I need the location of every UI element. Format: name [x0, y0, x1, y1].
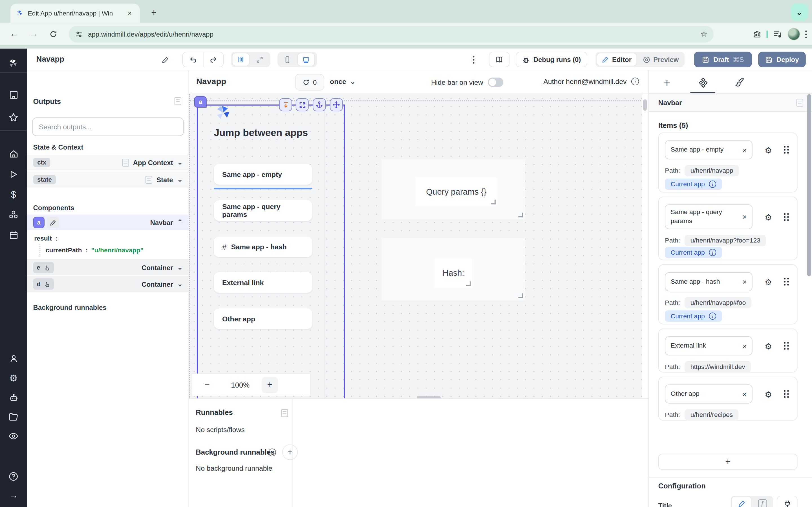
preview-tab[interactable]: Preview: [638, 53, 683, 66]
back-icon[interactable]: ←: [6, 26, 22, 42]
item-label-select[interactable]: Other app ×: [665, 385, 752, 404]
debug-runs-button[interactable]: Debug runs (0): [516, 52, 587, 67]
browser-tab[interactable]: Edit App u/henri/navapp | Win ×: [10, 4, 140, 23]
home-icon[interactable]: [0, 145, 27, 162]
bookmark-star-icon[interactable]: ☆: [700, 30, 707, 39]
info-icon[interactable]: i: [709, 180, 716, 188]
forward-icon[interactable]: →: [26, 26, 42, 42]
settings-gear-icon[interactable]: ⚙: [0, 369, 27, 387]
docs-book-button[interactable]: [489, 52, 509, 67]
search-outputs-input[interactable]: Search outputs...: [32, 117, 184, 136]
item-settings-gear-icon[interactable]: ⚙: [765, 277, 772, 287]
copy-doc-icon[interactable]: [146, 176, 153, 184]
runnables-doc-icon[interactable]: [281, 409, 288, 417]
rename-pencil-icon[interactable]: [159, 53, 171, 66]
ctx-row[interactable]: ctx App Context ⌄: [27, 155, 189, 170]
tab-close-icon[interactable]: ×: [124, 8, 135, 18]
hash-container[interactable]: Hash:: [382, 238, 525, 300]
edit-pencil-icon[interactable]: [47, 217, 59, 228]
folders-icon[interactable]: [0, 408, 27, 426]
new-tab-button[interactable]: +: [147, 6, 161, 20]
more-options-kebab-icon[interactable]: [467, 53, 479, 66]
deploy-button[interactable]: Deploy: [758, 52, 806, 67]
undo-button[interactable]: [183, 52, 203, 67]
expand-down-button[interactable]: [279, 98, 292, 111]
drag-handle-icon[interactable]: [783, 213, 790, 221]
item-label-select[interactable]: Same app - empty ×: [665, 140, 752, 159]
info-icon[interactable]: i: [709, 313, 716, 320]
panel-scrollbar-thumb[interactable]: [807, 94, 811, 276]
chevron-down-icon[interactable]: ⌄: [177, 282, 183, 286]
item-label-select[interactable]: External link ×: [665, 336, 752, 355]
navbar-doc-icon[interactable]: [797, 99, 803, 107]
component-settings-tab[interactable]: [685, 72, 721, 93]
resize-handle[interactable]: [466, 281, 471, 286]
item-label-select[interactable]: Same app - query params ×: [665, 205, 752, 229]
drag-handle-icon[interactable]: [783, 277, 790, 286]
profile-avatar[interactable]: [788, 28, 800, 40]
static-value-pencil-button[interactable]: [732, 497, 751, 507]
insert-component-tab[interactable]: +: [649, 72, 685, 93]
chevron-up-icon[interactable]: ⌃: [177, 220, 183, 224]
desktop-view-button[interactable]: [297, 53, 315, 66]
styling-tab[interactable]: [721, 72, 758, 93]
browser-menu-icon[interactable]: [805, 30, 807, 38]
favorites-star-icon[interactable]: [0, 109, 27, 126]
drag-handle-icon[interactable]: [783, 145, 790, 154]
clear-icon[interactable]: ×: [740, 277, 747, 286]
query-params-container[interactable]: Query params {}: [382, 159, 525, 219]
collapse-arrow-icon[interactable]: →: [0, 487, 27, 504]
path-value[interactable]: u/henri/navapp?foo=123: [685, 235, 766, 246]
resources-cubes-icon[interactable]: [0, 206, 27, 223]
drag-handle-icon[interactable]: [783, 390, 790, 398]
canvas-grid[interactable]: a: [189, 94, 642, 398]
nav-item-external-link[interactable]: External link: [214, 272, 312, 293]
state-row[interactable]: state State ⌄: [27, 172, 189, 187]
selected-component-tag[interactable]: a: [194, 96, 207, 108]
chevron-down-icon[interactable]: ⌄: [177, 160, 183, 165]
move-button[interactable]: [330, 98, 343, 111]
item-settings-gear-icon[interactable]: ⚙: [765, 341, 772, 351]
item-settings-gear-icon[interactable]: ⚙: [765, 213, 772, 223]
zoom-out-button[interactable]: −: [192, 380, 222, 390]
help-question-icon[interactable]: [0, 467, 27, 485]
resize-handle[interactable]: [491, 200, 496, 205]
navbar-component-row[interactable]: a Navbar ⌃: [27, 215, 189, 230]
add-item-button[interactable]: +: [658, 454, 797, 470]
nav-item-other-app[interactable]: Other app: [214, 308, 312, 329]
anchor-button[interactable]: [313, 98, 326, 111]
clear-icon[interactable]: ×: [740, 146, 747, 154]
media-playlist-icon[interactable]: [773, 30, 782, 38]
nav-item-same-app-empty[interactable]: Same app - empty: [214, 164, 312, 184]
copy-doc-icon[interactable]: [122, 159, 129, 166]
extensions-puzzle-icon[interactable]: [753, 30, 761, 38]
refresh-count-button[interactable]: 0: [295, 74, 324, 91]
zoom-in-button[interactable]: +: [262, 377, 278, 393]
nav-item-same-app-hash[interactable]: # Same app - hash: [214, 236, 312, 257]
connect-plug-button[interactable]: [777, 496, 797, 507]
container-d-row[interactable]: d Container ⌄: [27, 276, 189, 292]
windmill-logo-icon[interactable]: [0, 55, 27, 72]
outputs-doc-icon[interactable]: [174, 97, 181, 105]
runs-play-icon[interactable]: [0, 166, 27, 183]
users-person-icon[interactable]: [0, 350, 27, 367]
expand-layout-button[interactable]: [251, 53, 268, 66]
run-mode-dropdown[interactable]: once⌄: [330, 78, 356, 86]
url-bar[interactable]: app.windmill.dev/apps/edit/u/henri/navap…: [69, 26, 714, 43]
resize-handle[interactable]: [518, 293, 523, 298]
clear-icon[interactable]: ×: [740, 213, 747, 221]
nav-item-same-app-query-params[interactable]: Same app - query params: [214, 200, 312, 221]
path-value[interactable]: u/henri/recipes: [685, 409, 739, 420]
apps-building-icon[interactable]: [0, 86, 27, 103]
variables-dollar-icon[interactable]: $: [0, 186, 27, 203]
author-info-icon[interactable]: i: [631, 78, 639, 86]
hide-bar-toggle[interactable]: [488, 78, 503, 87]
container-e-row[interactable]: e Container ⌄: [27, 260, 189, 275]
audit-eye-icon[interactable]: [0, 427, 27, 445]
chevron-down-icon[interactable]: ⌄: [177, 177, 183, 182]
window-chevron-button[interactable]: ⌄: [791, 4, 808, 21]
draft-button[interactable]: Draft ⌘S: [694, 52, 752, 67]
resize-handle[interactable]: [518, 213, 523, 217]
drag-handle-icon[interactable]: [783, 341, 790, 350]
workers-robot-icon[interactable]: [0, 389, 27, 406]
